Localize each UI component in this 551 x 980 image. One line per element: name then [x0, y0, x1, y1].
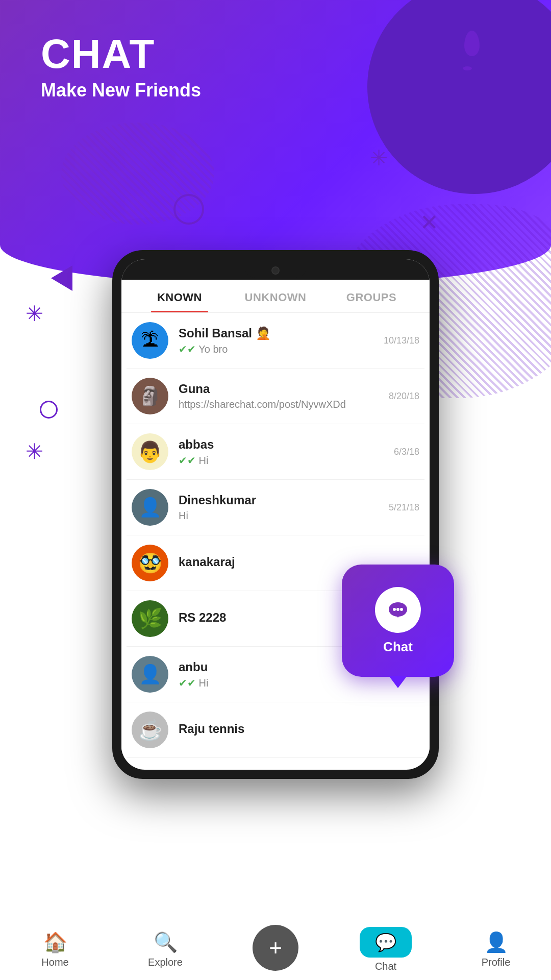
phone-camera — [271, 266, 280, 275]
chat-preview: ✔✔ Hi — [179, 677, 414, 689]
phone-mockup: KNOWN UNKNOWN GROUPS 🏝 Sohil Bansal 🤦 ✔✔… — [112, 250, 439, 779]
phone-notch — [245, 263, 306, 278]
chat-info: abbas ✔✔ Hi — [179, 437, 389, 467]
nav-add[interactable]: + — [220, 925, 331, 975]
tab-unknown[interactable]: UNKNOWN — [228, 280, 323, 312]
nav-explore-label: Explore — [148, 957, 183, 968]
explore-icon: 🔍 — [154, 931, 178, 953]
floating-chat-button[interactable]: Chat — [342, 565, 454, 677]
chat-item[interactable]: 👨 abbas ✔✔ Hi 6/3/18 — [127, 424, 424, 480]
deco-circle-outline — [173, 194, 204, 225]
chat-name: Guna — [179, 382, 384, 396]
nav-home[interactable]: 🏠 Home — [0, 931, 110, 968]
chat-info: Dineshkumar Hi — [179, 493, 384, 522]
avatar: 🗿 — [132, 378, 168, 414]
home-icon: 🏠 — [43, 931, 67, 953]
nav-chat[interactable]: 💬 Chat — [331, 927, 441, 972]
chat-date: 6/3/18 — [394, 447, 419, 457]
nav-profile[interactable]: 👤 Profile — [441, 931, 551, 968]
chat-info: Guna https://sharechat.com/post/NyvwXDd — [179, 382, 384, 410]
avatar: 👤 — [132, 656, 168, 693]
deco-dot — [463, 66, 472, 70]
chat-preview: Hi — [179, 510, 384, 522]
chat-preview: ✔✔ Hi — [179, 454, 389, 467]
chat-date: 10/13/18 — [384, 335, 419, 346]
hero-title: CHAT — [41, 31, 201, 78]
nav-explore[interactable]: 🔍 Explore — [110, 931, 220, 968]
chat-name: Dineshkumar — [179, 493, 384, 507]
chat-preview: https://sharechat.com/post/NyvwXDd — [179, 399, 384, 410]
svg-point-4 — [400, 608, 403, 611]
avatar: ☕ — [132, 712, 168, 748]
hero-subtitle: Make New Friends — [41, 80, 201, 101]
nav-chat-label: Chat — [375, 961, 396, 972]
avatar: 👤 — [132, 489, 168, 526]
chat-item[interactable]: 👤 Dineshkumar Hi 5/21/18 — [127, 480, 424, 535]
deco-triangle — [51, 265, 72, 291]
tabs-bar: KNOWN UNKNOWN GROUPS — [121, 280, 430, 313]
svg-point-3 — [396, 608, 399, 611]
deco-asterisk-3: ✳ — [26, 439, 43, 464]
add-button[interactable]: + — [253, 925, 298, 971]
chat-info: Raju tennis — [179, 722, 414, 739]
chat-icon: 💬 — [375, 933, 396, 952]
phone-inner: KNOWN UNKNOWN GROUPS 🏝 Sohil Bansal 🤦 ✔✔… — [121, 259, 430, 770]
chat-name: Sohil Bansal 🤦 — [179, 326, 379, 340]
hero-text: CHAT Make New Friends — [41, 31, 201, 101]
chat-date: 5/21/18 — [389, 502, 419, 513]
avatar: 🏝 — [132, 322, 168, 359]
deco-asterisk-1: ✳ — [370, 145, 388, 170]
chat-item[interactable]: 🗿 Guna https://sharechat.com/post/NyvwXD… — [127, 369, 424, 424]
add-icon: + — [269, 935, 282, 961]
tab-groups[interactable]: GROUPS — [323, 280, 419, 312]
avatar: 🥸 — [132, 545, 168, 581]
chat-item[interactable]: ☕ Raju tennis — [127, 702, 424, 758]
floating-chat-label: Chat — [383, 639, 413, 655]
deco-cross: ✕ — [420, 209, 439, 235]
avatar: 🌿 — [132, 600, 168, 637]
chat-screen: KNOWN UNKNOWN GROUPS 🏝 Sohil Bansal 🤦 ✔✔… — [121, 280, 430, 758]
svg-point-2 — [393, 608, 396, 611]
bottom-navigation: 🏠 Home 🔍 Explore + 💬 Chat 👤 Profile — [0, 919, 551, 980]
tab-known[interactable]: KNOWN — [132, 280, 228, 312]
chat-name: Raju tennis — [179, 722, 414, 736]
phone-notch-area — [121, 259, 430, 280]
floating-chat-icon — [375, 587, 421, 633]
chat-name: abbas — [179, 437, 389, 452]
chat-preview: ✔✔ Yo bro — [179, 343, 379, 355]
nav-home-label: Home — [41, 957, 68, 968]
chat-list: 🏝 Sohil Bansal 🤦 ✔✔ Yo bro 10/13/18 🗿 — [121, 313, 430, 758]
deco-asterisk-2: ✳ — [26, 301, 43, 326]
profile-icon: 👤 — [484, 931, 508, 953]
chat-date: 8/20/18 — [389, 391, 419, 402]
avatar: 👨 — [132, 433, 168, 470]
chat-info: Sohil Bansal 🤦 ✔✔ Yo bro — [179, 326, 379, 355]
deco-circle-sm — [40, 401, 58, 419]
chat-item[interactable]: 🏝 Sohil Bansal 🤦 ✔✔ Yo bro 10/13/18 — [127, 313, 424, 369]
nav-profile-label: Profile — [482, 957, 511, 968]
phone-outer: KNOWN UNKNOWN GROUPS 🏝 Sohil Bansal 🤦 ✔✔… — [112, 250, 439, 779]
